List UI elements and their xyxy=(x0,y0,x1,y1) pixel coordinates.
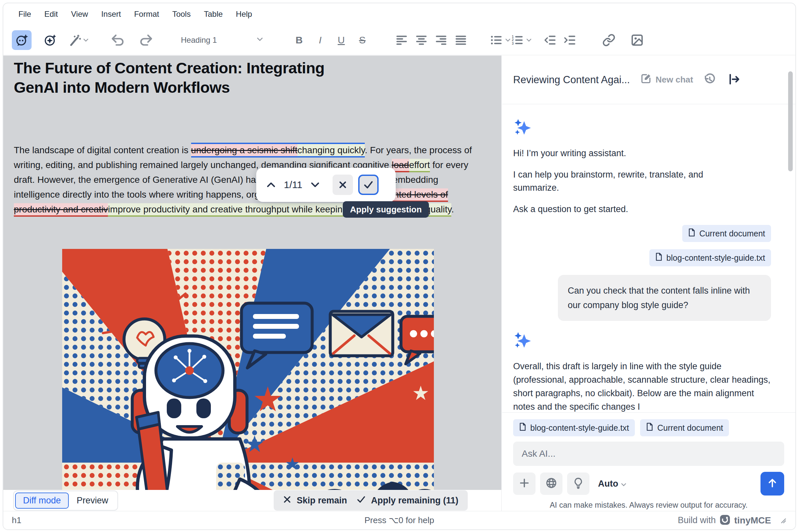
chat-history-button[interactable] xyxy=(701,71,718,89)
link-button[interactable] xyxy=(599,30,619,50)
chip-label: blog-content-style-guide.txt xyxy=(666,253,765,263)
assistant-greeting-2: I can help you brainstorm, rewrite, tran… xyxy=(513,168,743,194)
envelope-icon xyxy=(330,311,393,356)
magic-wand-button[interactable] xyxy=(69,30,89,50)
history-icon xyxy=(703,73,716,87)
indent-button[interactable] xyxy=(560,30,580,50)
resize-handle-icon[interactable] xyxy=(778,516,787,526)
menu-insert[interactable]: Insert xyxy=(101,10,121,19)
ai-assistant-button[interactable] xyxy=(12,30,32,50)
ai-sparkles-icon xyxy=(513,331,771,351)
preview-button[interactable]: Preview xyxy=(69,493,116,509)
ai-shortcuts-button[interactable] xyxy=(40,30,60,50)
align-right-icon xyxy=(434,35,448,46)
reject-suggestion-button[interactable] xyxy=(333,175,353,195)
chat-header: Reviewing Content Agai... New chat xyxy=(502,56,795,104)
svg-text:3: 3 xyxy=(512,41,514,45)
chat-message-list[interactable]: Hi! I’m your writing assistant. I can he… xyxy=(502,104,795,412)
redo-button[interactable] xyxy=(136,30,156,50)
menu-view[interactable]: View xyxy=(71,10,88,19)
apply-remaining-label: Apply remaining (11) xyxy=(371,495,459,506)
suggestion-counter: 1/11 xyxy=(284,179,302,190)
document-icon xyxy=(655,252,663,263)
menu-tools[interactable]: Tools xyxy=(172,10,191,19)
lightbulb-icon xyxy=(572,477,584,490)
bold-button[interactable]: B xyxy=(289,30,310,50)
diff-deletion[interactable]: undergoing a seismic shift xyxy=(191,143,298,157)
diff-insertion[interactable]: effort xyxy=(409,159,430,172)
diff-insertion[interactable]: changing quickly xyxy=(297,143,365,157)
diff-mode-button[interactable]: Diff mode xyxy=(15,493,69,509)
document-title[interactable]: The Future of Content Creation: Integrat… xyxy=(14,58,481,97)
new-chat-button[interactable]: New chat xyxy=(641,73,693,87)
block-format-label: Heading 1 xyxy=(181,36,217,45)
align-center-button[interactable] xyxy=(411,30,431,50)
paragraph-text: The landscape of digital content creatio… xyxy=(14,145,191,155)
add-attachment-button[interactable] xyxy=(513,473,536,495)
toolbar: Heading 1 B I U S 123 xyxy=(3,25,795,55)
underline-button[interactable]: U xyxy=(331,30,352,50)
menu-format[interactable]: Format xyxy=(134,10,159,19)
block-format-select[interactable]: Heading 1 xyxy=(175,30,270,50)
menu-file[interactable]: File xyxy=(18,10,31,19)
suggestions-button[interactable] xyxy=(567,473,590,495)
align-center-icon xyxy=(415,35,428,46)
apply-suggestion-tooltip: Apply suggestion xyxy=(343,201,429,218)
tinymce-editor-app: File Edit View Insert Format Tools Table… xyxy=(3,3,796,530)
menu-edit[interactable]: Edit xyxy=(44,10,58,19)
chip-label: blog-content-style-guide.txt xyxy=(530,423,629,433)
context-chip-current-document[interactable]: Current document xyxy=(682,225,771,242)
italic-button[interactable]: I xyxy=(310,30,331,50)
tinymce-logo-icon xyxy=(720,515,730,527)
chevron-down-icon xyxy=(256,37,263,43)
chevron-down-icon xyxy=(526,38,532,42)
menu-help[interactable]: Help xyxy=(236,10,252,19)
document-icon xyxy=(688,228,695,239)
editor-sidebar-divider xyxy=(501,56,502,511)
status-bar: h1 Press ⌥0 for help Build with tinyMCE xyxy=(3,511,795,529)
ai-sparkles-icon xyxy=(513,118,771,138)
apply-suggestion-button[interactable] xyxy=(358,175,378,195)
image-button[interactable] xyxy=(627,30,647,50)
send-arrow-icon xyxy=(767,477,778,490)
document-icon xyxy=(519,422,526,433)
justify-button[interactable] xyxy=(451,30,471,50)
plus-icon xyxy=(519,477,530,490)
web-search-button[interactable] xyxy=(540,473,562,495)
numbered-list-button[interactable]: 123 xyxy=(511,30,532,50)
menu-table[interactable]: Table xyxy=(204,10,223,19)
chat-input-panel: blog-content-style-guide.txt Current doc… xyxy=(502,412,795,511)
align-right-button[interactable] xyxy=(431,30,451,50)
context-chip-style-guide[interactable]: blog-content-style-guide.txt xyxy=(513,419,635,436)
editor-canvas[interactable]: The Future of Content Creation: Integrat… xyxy=(3,56,501,490)
undo-button[interactable] xyxy=(108,30,128,50)
numbered-list-icon: 123 xyxy=(511,35,524,46)
assistant-greeting-3: Ask a question to get started. xyxy=(513,203,771,216)
new-chat-label: New chat xyxy=(655,75,693,85)
chat-title: Reviewing Content Agai... xyxy=(513,74,630,86)
previous-suggestion-button[interactable] xyxy=(263,175,279,195)
ask-ai-input[interactable] xyxy=(513,441,784,466)
send-button[interactable] xyxy=(761,472,784,495)
chevron-down-icon xyxy=(621,479,627,489)
chat-scrollbar-thumb[interactable] xyxy=(788,71,793,171)
element-path[interactable]: h1 xyxy=(12,515,21,526)
apply-remaining-button[interactable]: Apply remaining (11) xyxy=(347,490,468,511)
ai-shortcuts-icon xyxy=(43,34,57,47)
bullet-list-button[interactable] xyxy=(490,30,511,50)
context-chip-current-document[interactable]: Current document xyxy=(640,419,729,436)
context-chip-style-guide[interactable]: blog-content-style-guide.txt xyxy=(649,249,771,266)
paragraph-text: . xyxy=(451,204,454,214)
ai-chat-sidebar: Reviewing Content Agai... New chat Hi! I… xyxy=(502,56,795,511)
outdent-button[interactable] xyxy=(540,30,560,50)
brand-prefix: Build with xyxy=(678,515,716,526)
branding[interactable]: Build with tinyMCE xyxy=(678,515,787,527)
next-suggestion-button[interactable] xyxy=(308,175,323,195)
collapse-sidebar-button[interactable] xyxy=(726,71,743,89)
bullet-list-icon xyxy=(490,35,503,46)
align-left-button[interactable] xyxy=(392,30,411,50)
document-illustration[interactable] xyxy=(62,249,434,490)
brand-name: tinyMCE xyxy=(734,515,771,526)
strikethrough-button[interactable]: S xyxy=(352,30,373,50)
model-selector[interactable]: Auto xyxy=(598,479,627,489)
